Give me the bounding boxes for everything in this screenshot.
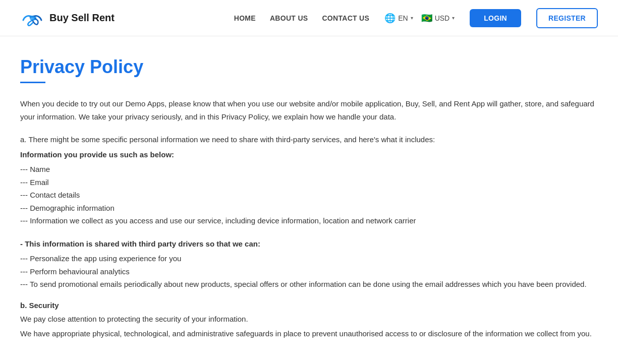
security-text-2: We have appropriate physical, technologi… — [20, 327, 598, 340]
page-title: Privacy Policy — [20, 56, 598, 78]
shared-item-emails: --- To send promotional emails periodica… — [20, 278, 598, 291]
nav-about[interactable]: ABOUT US — [270, 14, 308, 22]
svg-point-0 — [30, 16, 35, 21]
lang-code: EN — [398, 14, 408, 22]
lang-flag: 🌐 — [384, 13, 396, 24]
intro-paragraph: When you decide to try out our Demo Apps… — [20, 97, 598, 123]
lang-currency: 🌐 EN ▾ 🇧🇷 USD ▾ — [384, 13, 455, 24]
section-a-intro: a. There might be some specific personal… — [20, 133, 598, 146]
title-underline — [20, 82, 45, 83]
navbar-right: HOME ABOUT US CONTACT US 🌐 EN ▾ 🇧🇷 USD ▾… — [234, 8, 598, 28]
currency-code: USD — [435, 14, 450, 22]
language-selector[interactable]: 🌐 EN ▾ — [384, 13, 413, 24]
logo-icon — [20, 6, 44, 30]
list-item-demographic: --- Demographic information — [20, 202, 598, 215]
currency-chevron-icon: ▾ — [452, 15, 455, 21]
nav-home[interactable]: HOME — [234, 14, 256, 22]
list-item-device-info: --- Information we collect as you access… — [20, 214, 598, 227]
lang-chevron-icon: ▾ — [411, 15, 413, 21]
main-content: Privacy Policy When you decide to try ou… — [0, 36, 618, 364]
section-shared: - This information is shared with third … — [20, 237, 598, 291]
navbar: Buy Sell Rent HOME ABOUT US CONTACT US 🌐… — [0, 0, 618, 36]
logo-area: Buy Sell Rent — [20, 6, 115, 30]
nav-links: HOME ABOUT US CONTACT US — [234, 14, 369, 22]
shared-heading: - This information is shared with third … — [20, 237, 598, 251]
currency-selector[interactable]: 🇧🇷 USD ▾ — [421, 13, 455, 24]
list-item-name: --- Name — [20, 163, 598, 176]
security-section: b. Security We pay close attention to pr… — [20, 301, 598, 340]
list-item-email: --- Email — [20, 176, 598, 189]
section-a-heading: Information you provide us such as below… — [20, 148, 598, 161]
login-button[interactable]: LOGIN — [470, 9, 521, 27]
nav-contact[interactable]: CONTACT US — [322, 14, 369, 22]
list-item-contact: --- Contact details — [20, 189, 598, 202]
security-title: b. Security — [20, 301, 598, 310]
section-a: a. There might be some specific personal… — [20, 133, 598, 227]
register-button[interactable]: REGISTER — [536, 8, 598, 28]
shared-item-personalize: --- Personalize the app using experience… — [20, 252, 598, 265]
shared-item-analytics: --- Perform behavioural analytics — [20, 265, 598, 278]
logo-text: Buy Sell Rent — [49, 12, 115, 24]
security-text-1: We pay close attention to protecting the… — [20, 313, 598, 326]
currency-flag: 🇧🇷 — [421, 13, 432, 24]
